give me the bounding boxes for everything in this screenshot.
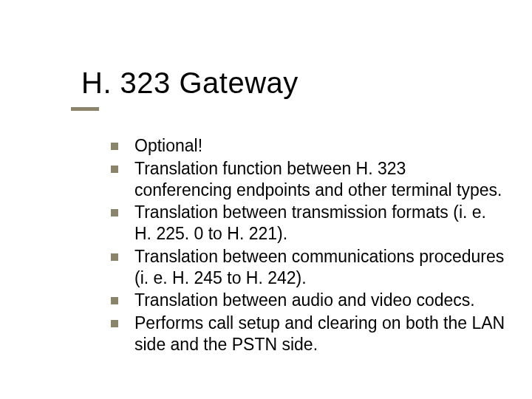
square-bullet-icon <box>111 320 118 327</box>
list-item: Optional! <box>111 135 506 157</box>
list-item-text: Translation between communications proce… <box>134 246 506 289</box>
square-bullet-icon <box>111 209 118 216</box>
list-item: Translation between communications proce… <box>111 246 506 289</box>
slide: H. 323 Gateway Optional! Translation fun… <box>0 0 532 399</box>
list-item: Translation between transmission formats… <box>111 202 506 245</box>
bullet-list: Optional! Translation function between H… <box>111 135 506 357</box>
list-item-text: Translation between transmission formats… <box>134 202 506 245</box>
title-accent-bar <box>71 107 99 111</box>
list-item: Performs call setup and clearing on both… <box>111 313 506 355</box>
list-item-text: Performs call setup and clearing on both… <box>134 313 506 355</box>
list-item-text: Optional! <box>134 135 506 157</box>
list-item: Translation between audio and video code… <box>111 290 506 311</box>
square-bullet-icon <box>111 253 118 261</box>
list-item: Translation function between H. 323 conf… <box>111 158 506 201</box>
list-item-text: Translation between audio and video code… <box>134 290 506 311</box>
square-bullet-icon <box>111 297 118 304</box>
slide-title: H. 323 Gateway <box>81 66 299 100</box>
square-bullet-icon <box>111 143 118 150</box>
list-item-text: Translation function between H. 323 conf… <box>134 158 506 201</box>
square-bullet-icon <box>111 166 118 173</box>
